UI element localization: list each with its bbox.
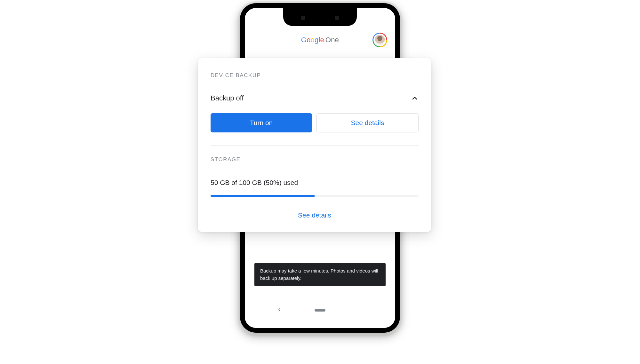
- storage-see-details-link[interactable]: See details: [211, 211, 419, 219]
- toast-message: Backup may take a few minutes. Photos an…: [254, 263, 386, 286]
- storage-section: STORAGE 50 GB of 100 GB (50%) used See d…: [211, 156, 419, 219]
- device-backup-label: DEVICE BACKUP: [211, 72, 419, 79]
- app-logo: GoogleOne: [267, 36, 373, 44]
- android-nav-bar: [248, 301, 392, 319]
- avatar-image: [375, 35, 385, 45]
- chevron-up-icon: [411, 94, 419, 102]
- divider: [211, 145, 419, 146]
- see-details-button[interactable]: See details: [316, 113, 419, 132]
- storage-usage-text: 50 GB of 100 GB (50%) used: [211, 179, 419, 186]
- backup-status-row[interactable]: Backup off: [211, 94, 419, 102]
- backup-button-row: Turn on See details: [211, 113, 419, 132]
- toast-text: Backup may take a few minutes. Photos an…: [260, 268, 378, 281]
- storage-see-details-label: See details: [298, 211, 331, 219]
- see-details-label: See details: [351, 119, 384, 127]
- backup-status-text: Backup off: [211, 94, 244, 102]
- phone-notch: [283, 8, 357, 26]
- storage-progress-bar: [211, 195, 419, 197]
- storage-progress-fill: [211, 195, 315, 197]
- turn-on-label: Turn on: [250, 119, 273, 127]
- nav-home-pill[interactable]: [315, 309, 325, 312]
- nav-back-icon[interactable]: [277, 306, 282, 314]
- profile-avatar[interactable]: [373, 34, 386, 46]
- backup-card: DEVICE BACKUP Backup off Turn on See det…: [198, 58, 431, 232]
- storage-label: STORAGE: [211, 156, 419, 163]
- turn-on-button[interactable]: Turn on: [211, 113, 312, 132]
